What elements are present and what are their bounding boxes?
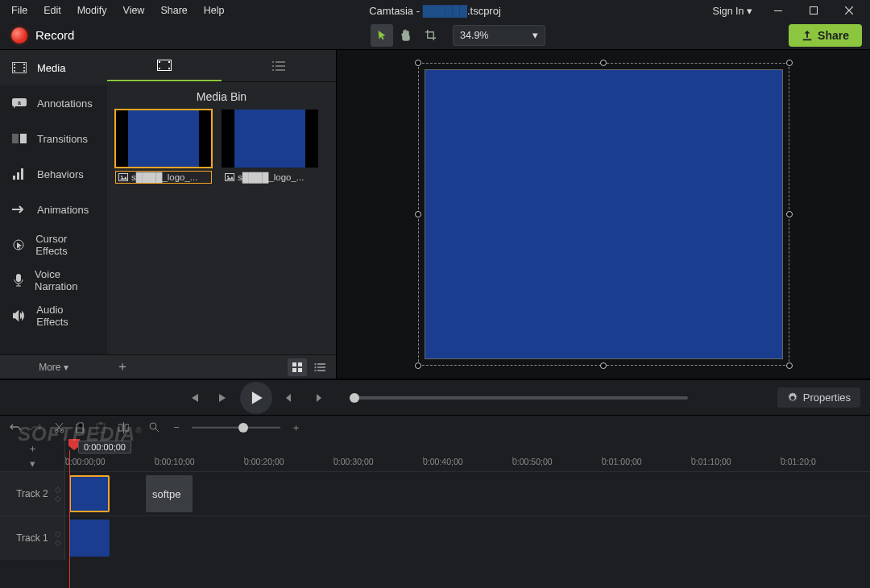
handle-bot-left[interactable] xyxy=(415,362,421,369)
tab-transitions[interactable]: Transitions xyxy=(0,121,107,156)
timeline-zoom-slider[interactable] xyxy=(192,426,280,429)
clip-image-selected[interactable] xyxy=(69,475,110,512)
pan-tool[interactable] xyxy=(395,24,417,47)
clip-image[interactable] xyxy=(69,520,110,557)
undo-button[interactable] xyxy=(8,423,23,433)
grid-view-button[interactable] xyxy=(288,358,307,376)
tab-audio-effects[interactable]: Audio Effects xyxy=(0,298,107,333)
tab-cursor-effects[interactable]: Cursor Effects xyxy=(0,227,107,263)
svg-rect-3 xyxy=(14,64,15,65)
tab-media[interactable]: Media xyxy=(0,50,107,85)
timeline-ruler-area[interactable]: 0:00:00;00 0:00:00;00 0:00:10;00 0:00:20… xyxy=(64,439,870,471)
share-label: Share xyxy=(818,29,849,42)
prev-marker-button[interactable] xyxy=(277,386,301,410)
playback-thumb[interactable] xyxy=(350,393,359,403)
menu-modify[interactable]: Modify xyxy=(69,2,115,19)
crop-tool[interactable] xyxy=(419,24,441,47)
track-1-header[interactable]: Track 1◇◇ xyxy=(0,516,64,560)
properties-label: Properties xyxy=(803,391,851,404)
paste-button[interactable] xyxy=(93,422,108,433)
copy-button[interactable] xyxy=(72,422,87,433)
add-track-button[interactable]: ＋ xyxy=(25,441,39,456)
split-button[interactable] xyxy=(116,422,130,433)
media-icon xyxy=(11,62,27,73)
handle-bot-mid[interactable] xyxy=(600,362,607,369)
list-view-button[interactable] xyxy=(310,358,329,376)
tab-voice-narration[interactable]: Voice Narration xyxy=(0,263,107,298)
play-button[interactable] xyxy=(240,382,272,414)
tab-animations[interactable]: Animations xyxy=(0,192,107,227)
menu-help[interactable]: Help xyxy=(196,2,233,19)
zoom-knob[interactable] xyxy=(238,423,248,433)
image-icon xyxy=(225,173,234,181)
svg-rect-34 xyxy=(317,366,325,368)
cut-button[interactable] xyxy=(52,422,66,433)
canvas-area[interactable] xyxy=(337,50,870,379)
zoom-in-button[interactable]: ＋ xyxy=(288,420,303,435)
track-1-body[interactable] xyxy=(64,516,870,560)
svg-rect-6 xyxy=(23,64,25,65)
handle-bot-right[interactable] xyxy=(786,362,793,369)
tool-tabs: Media aAnnotations Transitions Behaviors… xyxy=(0,50,107,379)
menu-share[interactable]: Share xyxy=(152,2,195,19)
handle-top-mid[interactable] xyxy=(600,60,607,66)
list-icon xyxy=(272,61,285,71)
menu-file[interactable]: File xyxy=(3,2,35,19)
animations-icon xyxy=(11,205,27,213)
svg-rect-14 xyxy=(17,172,19,180)
tab-more[interactable]: More ▾ xyxy=(0,354,107,379)
zoom-out-button[interactable]: − xyxy=(169,421,184,433)
magnifier-icon xyxy=(147,422,161,433)
svg-rect-21 xyxy=(168,61,170,63)
svg-rect-12 xyxy=(20,134,27,143)
library-tab[interactable] xyxy=(222,50,336,81)
menu-view[interactable]: View xyxy=(115,2,153,19)
zoom-value: 34.9% xyxy=(460,30,488,41)
handle-mid-right[interactable] xyxy=(786,211,793,217)
next-frame-button[interactable] xyxy=(211,386,235,410)
tab-annotations[interactable]: aAnnotations xyxy=(0,85,107,121)
close-button[interactable] xyxy=(831,0,867,21)
collapse-tracks-button[interactable]: ▾ xyxy=(25,458,39,470)
handle-top-left[interactable] xyxy=(415,60,421,66)
ruler[interactable]: 0:00:00;00 0:00:10;00 0:00:20;00 0:00:30… xyxy=(65,457,870,471)
next-marker-button[interactable] xyxy=(306,386,330,410)
main-toolbar: Record 34.9% ▾ Share xyxy=(0,21,870,50)
share-button[interactable]: Share xyxy=(789,24,862,47)
record-button[interactable]: Record xyxy=(11,27,74,43)
svg-rect-23 xyxy=(119,174,128,181)
audio-icon xyxy=(11,310,27,321)
sign-in-button[interactable]: Sign In ▾ xyxy=(705,2,760,20)
playback-slider[interactable] xyxy=(350,396,688,400)
track-2-header[interactable]: Track 2◇◇ xyxy=(0,472,64,516)
svg-rect-1 xyxy=(810,7,818,14)
redo-button[interactable] xyxy=(29,423,44,433)
canvas-selection[interactable] xyxy=(425,69,783,359)
media-item-1[interactable]: s████_logo_... xyxy=(115,110,212,184)
select-tool[interactable] xyxy=(371,24,393,47)
media-item-2[interactable]: s████_logo_... xyxy=(222,110,318,184)
canvas-content[interactable] xyxy=(425,69,783,359)
svg-rect-40 xyxy=(97,424,105,433)
tab-behaviors[interactable]: Behaviors xyxy=(0,156,107,192)
add-media-button[interactable]: ＋ xyxy=(114,358,131,375)
mic-icon xyxy=(11,274,25,287)
media-bin-tab[interactable] xyxy=(107,50,222,81)
record-icon xyxy=(11,27,27,43)
track-toggles[interactable]: ◇◇ xyxy=(55,529,61,547)
minimize-button[interactable] xyxy=(760,0,796,21)
canvas-zoom-select[interactable]: 34.9% ▾ xyxy=(453,25,545,46)
track-toggles[interactable]: ◇◇ xyxy=(55,485,61,503)
prev-frame-button[interactable] xyxy=(182,386,206,410)
maximize-button[interactable] xyxy=(796,0,831,21)
clip-text[interactable]: softpe xyxy=(146,475,193,512)
handle-mid-left[interactable] xyxy=(415,211,421,217)
list-icon xyxy=(314,363,325,371)
annotations-icon: a xyxy=(11,98,27,108)
svg-rect-27 xyxy=(292,362,296,366)
properties-button[interactable]: Properties xyxy=(777,387,860,408)
svg-point-44 xyxy=(150,423,156,429)
track-2-body[interactable]: softpe xyxy=(64,472,870,516)
handle-top-right[interactable] xyxy=(786,60,793,66)
menu-edit[interactable]: Edit xyxy=(35,2,69,19)
